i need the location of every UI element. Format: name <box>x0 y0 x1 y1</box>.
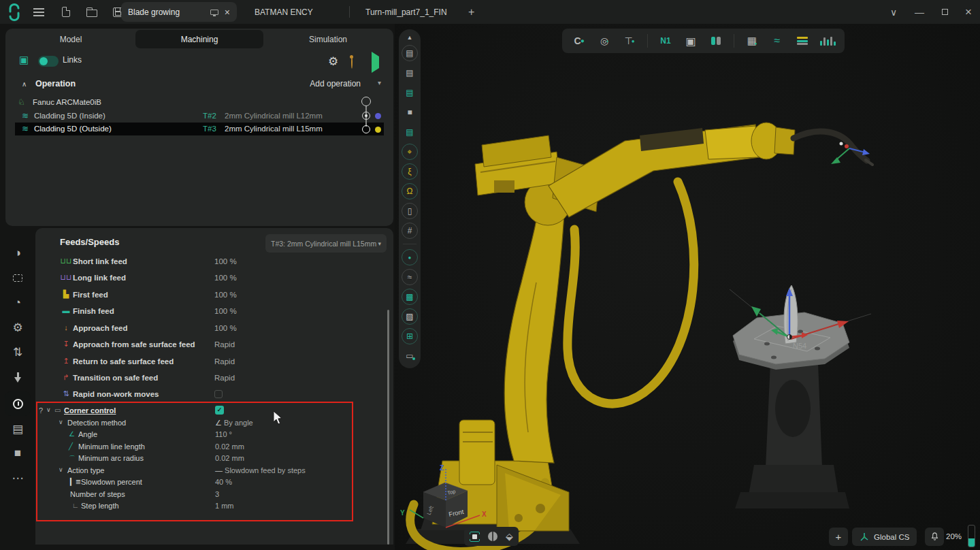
slowdown-percent-row[interactable]: ▎≣ Slowdown percent 40 % <box>37 477 350 489</box>
collision-check-button[interactable] <box>708 33 723 48</box>
workplanes-visibility-button[interactable]: ⊞ <box>402 328 418 344</box>
feed-row[interactable]: ▬ Finish feed 100 % <box>35 305 389 319</box>
param-value[interactable]: 0.02 mm <box>215 454 244 462</box>
fixture-visibility-button[interactable]: ▤ <box>402 84 418 101</box>
angle-row[interactable]: ∠ Angle 110 ° <box>37 430 350 441</box>
more-categories-button[interactable]: ⋯ <box>0 468 35 488</box>
strategy-category-button[interactable]: ◔ <box>0 293 35 313</box>
curves-visibility-button[interactable]: ≈ <box>402 269 418 285</box>
simulation-mode-button[interactable] <box>351 56 353 69</box>
zoom-slider[interactable] <box>968 525 975 547</box>
chevron-down-icon[interactable]: ∨ <box>59 419 63 425</box>
action-type-row[interactable]: ∨ Action type — Slowdown feed by steps <box>37 466 350 477</box>
3d-viewport[interactable]: N54 <box>395 24 980 550</box>
control-pad-button[interactable]: ▣ <box>683 33 698 48</box>
close-window-button[interactable]: × <box>957 0 980 24</box>
run-calculation-button[interactable] <box>372 56 379 69</box>
project-tab-active[interactable]: Blade growing × <box>121 2 237 22</box>
setup-category-button[interactable]: ◑ <box>0 243 35 263</box>
feed-value[interactable]: Rapid <box>214 357 235 366</box>
tree-row-machine[interactable]: ♘ Fanuc ARCMate0iB <box>5 96 393 109</box>
project-tab[interactable]: BATMAN ENCY <box>255 0 313 24</box>
feed-row[interactable]: ⊔⊔ Short link feed 100 % <box>35 255 389 269</box>
param-value[interactable]: 0.02 mm <box>215 442 244 451</box>
holder-visibility-button[interactable]: Ω <box>402 183 418 199</box>
tab-simulation[interactable]: Simulation <box>264 30 392 48</box>
tool-shank-visibility-button[interactable]: ξ <box>402 163 418 180</box>
add-operation-button[interactable]: Add operation <box>310 79 361 88</box>
add-cs-button[interactable]: + <box>829 528 848 546</box>
tool-stack-button[interactable] <box>795 33 810 48</box>
machine-category-button[interactable]: ▤ <box>0 419 35 439</box>
machine-panel-button[interactable]: ▦● <box>745 33 760 48</box>
statistics-button[interactable] <box>820 33 835 48</box>
scrollbar[interactable] <box>387 310 389 545</box>
chevron-down-icon[interactable]: ∨ <box>59 466 63 473</box>
restore-button[interactable] <box>933 0 956 24</box>
feed-value[interactable]: 100 % <box>214 324 237 332</box>
window-menu-button[interactable]: ∨ <box>882 0 905 24</box>
feed-value[interactable]: 100 % <box>214 274 237 282</box>
annotations-button[interactable]: ▭ <box>402 348 418 364</box>
param-value[interactable]: 110 ° <box>215 430 232 438</box>
param-value[interactable]: — Slowdown feed by steps <box>215 466 306 474</box>
param-value[interactable]: 3 <box>215 490 219 498</box>
project-tab[interactable]: Turn-mill_part7_1_FIN <box>365 0 447 24</box>
step-length-row[interactable]: ∟ Step length 1 mm <box>37 501 350 513</box>
measure-tape-button[interactable]: ◎▪ <box>597 33 612 48</box>
open-file-button[interactable] <box>82 0 102 24</box>
feed-value[interactable]: Rapid <box>214 374 235 382</box>
min-line-length-row[interactable]: ╱ Minimum line length 0.02 mm <box>37 442 350 453</box>
param-value[interactable]: ∠ By angle <box>215 419 253 427</box>
caliper-button[interactable]: ⊤● <box>622 33 637 48</box>
feeds-category-button-active[interactable] <box>0 393 35 414</box>
rapid-moves-checkbox[interactable] <box>214 390 223 398</box>
feed-row[interactable]: ↧ Approach from safe surface feed Rapid <box>35 338 389 352</box>
mesh-visibility-button[interactable]: # <box>402 223 418 239</box>
toolpath-list-visibility-button[interactable]: ▯ <box>402 203 418 219</box>
close-tab-icon[interactable]: × <box>225 7 230 17</box>
feed-row[interactable]: ⊔⊔ Long link feed 100 % <box>35 272 389 285</box>
feed-value[interactable]: 100 % <box>214 257 237 265</box>
feed-row[interactable]: ↱ Transition on safe feed Rapid <box>35 372 389 385</box>
parameters-category-button[interactable]: ⚙ <box>0 317 35 338</box>
corner-control-checkbox[interactable]: ✓ <box>215 406 224 415</box>
feed-row[interactable]: ⇅ Rapid non-work moves <box>35 388 389 402</box>
nc-code-button[interactable]: N1 <box>658 33 673 48</box>
surfaces-visibility-button[interactable]: ▩ <box>402 289 418 305</box>
corner-control-row[interactable]: ? ∨ ▭ Corner control ✓ <box>37 406 350 417</box>
solids-visibility-button[interactable]: ▨ <box>402 308 418 325</box>
detection-method-row[interactable]: ∨ Detection method ∠ By angle <box>37 418 350 430</box>
feed-value[interactable]: Rapid <box>214 340 235 349</box>
links-toggle[interactable] <box>38 56 59 67</box>
fit-to-screen-icon[interactable] <box>470 532 480 542</box>
tool-visibility-button[interactable]: ⌖ <box>402 144 418 160</box>
new-project-tab-button[interactable]: + <box>468 0 474 24</box>
notifications-button[interactable] <box>925 528 944 546</box>
collapse-chevron-icon[interactable]: ∧ <box>22 80 27 88</box>
param-value[interactable]: 1 mm <box>215 502 234 510</box>
stock-visibility-button[interactable]: ■ <box>402 104 418 120</box>
tree-row-operation-selected[interactable]: ≋ Cladding 5D (Outside) T#3 2mm Cylindri… <box>5 123 393 135</box>
feed-row[interactable]: ↓ Approach feed 100 % <box>35 322 389 336</box>
tab-machining[interactable]: Machining <box>135 30 263 48</box>
operation-link-radio[interactable] <box>362 125 370 133</box>
isometric-view-icon[interactable]: ⬙ <box>506 531 513 542</box>
points-visibility-button[interactable]: ● <box>402 249 418 265</box>
help-icon[interactable]: ? <box>39 406 43 415</box>
chevron-down-icon[interactable]: ▾ <box>378 79 381 86</box>
minimize-button[interactable]: — <box>908 0 931 24</box>
approach-return-category-button[interactable]: ⇅ <box>0 342 35 362</box>
tree-row-operation[interactable]: ≋ Cladding 5D (Inside) T#2 2mm Cylindric… <box>5 110 393 123</box>
machine-link-node[interactable] <box>361 97 371 106</box>
tool-category-button[interactable] <box>0 366 35 387</box>
feed-row[interactable]: ↥ Return to safe surface feed Rapid <box>35 355 389 369</box>
feed-value[interactable]: 100 % <box>214 307 237 315</box>
stock-category-button[interactable]: ■ <box>0 443 35 464</box>
feed-value[interactable]: 100 % <box>214 291 237 299</box>
param-value[interactable]: 40 % <box>215 478 232 486</box>
min-arc-radius-row[interactable]: ⌒ Minimum arc radius 0.02 mm <box>37 453 350 465</box>
new-file-button[interactable] <box>56 0 76 24</box>
number-of-steps-row[interactable]: Number of steps 3 <box>37 489 350 501</box>
chevron-down-icon[interactable]: ∨ <box>46 406 51 413</box>
